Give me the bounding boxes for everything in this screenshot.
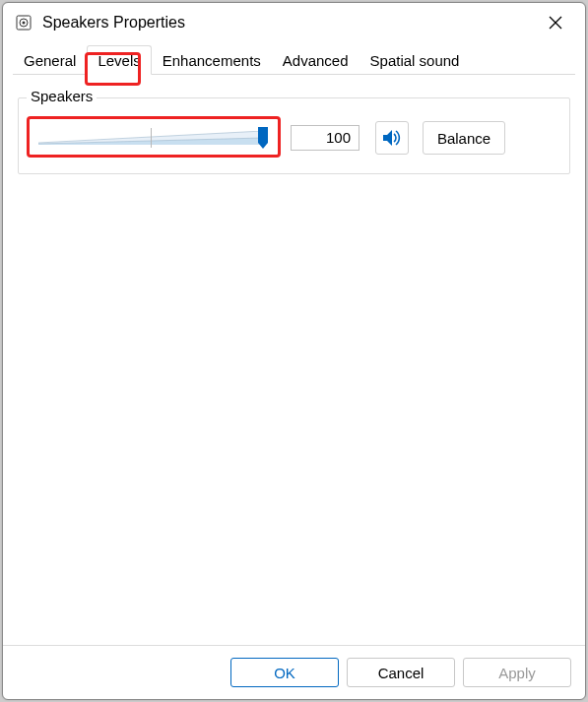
- ok-button[interactable]: OK: [230, 658, 339, 687]
- tab-content: Speakers: [3, 75, 585, 645]
- apply-button: Apply: [463, 658, 571, 687]
- speaker-app-icon: [15, 14, 33, 32]
- volume-slider-container: [33, 120, 277, 156]
- close-icon: [549, 16, 562, 30]
- speaker-sound-icon: [381, 127, 403, 149]
- groupbox-label: Speakers: [27, 88, 97, 104]
- tab-spatial-sound[interactable]: Spatial sound: [359, 45, 471, 74]
- tab-levels[interactable]: Levels: [87, 45, 151, 75]
- close-button[interactable]: [536, 8, 575, 37]
- level-row: 100 Balance: [33, 120, 555, 156]
- cancel-button[interactable]: Cancel: [347, 658, 455, 687]
- tab-bar: General Levels Enhancements Advanced Spa…: [3, 42, 585, 74]
- balance-button[interactable]: Balance: [423, 121, 505, 155]
- volume-slider[interactable]: [38, 128, 269, 148]
- svg-marker-9: [383, 130, 392, 146]
- properties-window: Speakers Properties General Levels Enhan…: [2, 2, 586, 700]
- volume-value[interactable]: 100: [291, 125, 359, 151]
- slider-thumb[interactable]: [257, 126, 269, 150]
- mute-button[interactable]: [375, 121, 409, 155]
- slider-mid-tick: [151, 128, 152, 148]
- speakers-groupbox: Speakers: [18, 97, 570, 174]
- svg-point-2: [23, 22, 26, 25]
- window-title: Speakers Properties: [42, 14, 536, 32]
- titlebar: Speakers Properties: [3, 3, 585, 42]
- dialog-footer: OK Cancel Apply: [3, 645, 585, 699]
- svg-marker-8: [258, 127, 268, 149]
- tab-advanced[interactable]: Advanced: [272, 45, 359, 74]
- tab-general[interactable]: General: [13, 45, 87, 74]
- tab-enhancements[interactable]: Enhancements: [152, 45, 272, 74]
